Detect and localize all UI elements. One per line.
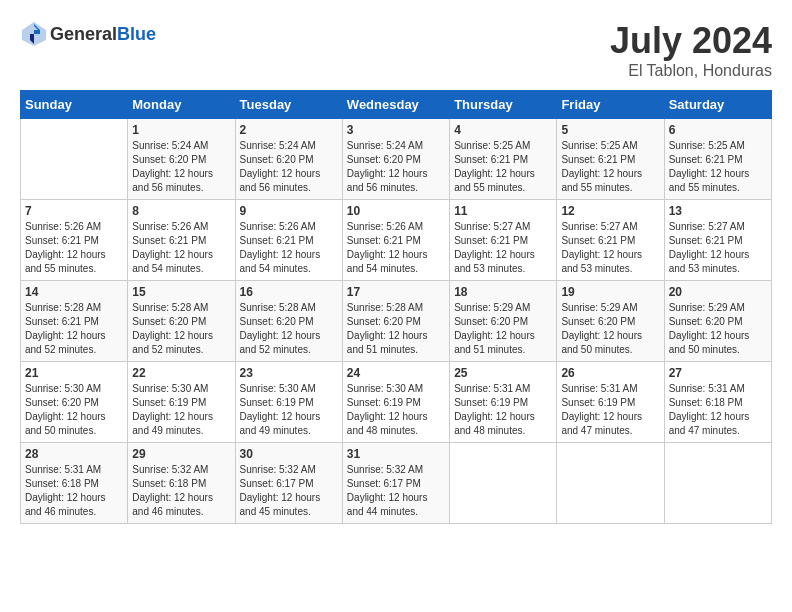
day-info: Sunrise: 5:27 AMSunset: 6:21 PMDaylight:…: [669, 220, 767, 276]
calendar-cell: [557, 443, 664, 524]
day-number: 27: [669, 366, 767, 380]
day-number: 20: [669, 285, 767, 299]
day-info: Sunrise: 5:30 AMSunset: 6:20 PMDaylight:…: [25, 382, 123, 438]
calendar-cell: 27Sunrise: 5:31 AMSunset: 6:18 PMDayligh…: [664, 362, 771, 443]
day-number: 3: [347, 123, 445, 137]
calendar-cell: 25Sunrise: 5:31 AMSunset: 6:19 PMDayligh…: [450, 362, 557, 443]
day-info: Sunrise: 5:28 AMSunset: 6:20 PMDaylight:…: [347, 301, 445, 357]
day-of-week-wednesday: Wednesday: [342, 91, 449, 119]
calendar-cell: 24Sunrise: 5:30 AMSunset: 6:19 PMDayligh…: [342, 362, 449, 443]
day-info: Sunrise: 5:29 AMSunset: 6:20 PMDaylight:…: [454, 301, 552, 357]
day-info: Sunrise: 5:28 AMSunset: 6:20 PMDaylight:…: [132, 301, 230, 357]
day-info: Sunrise: 5:27 AMSunset: 6:21 PMDaylight:…: [454, 220, 552, 276]
day-info: Sunrise: 5:29 AMSunset: 6:20 PMDaylight:…: [669, 301, 767, 357]
day-info: Sunrise: 5:31 AMSunset: 6:19 PMDaylight:…: [454, 382, 552, 438]
day-number: 8: [132, 204, 230, 218]
location-subtitle: El Tablon, Honduras: [610, 62, 772, 80]
calendar-cell: 3Sunrise: 5:24 AMSunset: 6:20 PMDaylight…: [342, 119, 449, 200]
day-of-week-friday: Friday: [557, 91, 664, 119]
calendar-cell: 1Sunrise: 5:24 AMSunset: 6:20 PMDaylight…: [128, 119, 235, 200]
day-number: 30: [240, 447, 338, 461]
calendar-cell: 19Sunrise: 5:29 AMSunset: 6:20 PMDayligh…: [557, 281, 664, 362]
day-info: Sunrise: 5:30 AMSunset: 6:19 PMDaylight:…: [240, 382, 338, 438]
day-of-week-sunday: Sunday: [21, 91, 128, 119]
calendar-week-row: 28Sunrise: 5:31 AMSunset: 6:18 PMDayligh…: [21, 443, 772, 524]
calendar-cell: 7Sunrise: 5:26 AMSunset: 6:21 PMDaylight…: [21, 200, 128, 281]
calendar-cell: 23Sunrise: 5:30 AMSunset: 6:19 PMDayligh…: [235, 362, 342, 443]
logo-text: GeneralBlue: [50, 24, 156, 45]
day-number: 2: [240, 123, 338, 137]
day-info: Sunrise: 5:26 AMSunset: 6:21 PMDaylight:…: [132, 220, 230, 276]
day-number: 24: [347, 366, 445, 380]
calendar-cell: 8Sunrise: 5:26 AMSunset: 6:21 PMDaylight…: [128, 200, 235, 281]
day-info: Sunrise: 5:25 AMSunset: 6:21 PMDaylight:…: [669, 139, 767, 195]
calendar-cell: 15Sunrise: 5:28 AMSunset: 6:20 PMDayligh…: [128, 281, 235, 362]
day-info: Sunrise: 5:28 AMSunset: 6:20 PMDaylight:…: [240, 301, 338, 357]
calendar-cell: 17Sunrise: 5:28 AMSunset: 6:20 PMDayligh…: [342, 281, 449, 362]
title-area: July 2024 El Tablon, Honduras: [610, 20, 772, 80]
day-info: Sunrise: 5:30 AMSunset: 6:19 PMDaylight:…: [132, 382, 230, 438]
calendar-table: SundayMondayTuesdayWednesdayThursdayFrid…: [20, 90, 772, 524]
day-info: Sunrise: 5:27 AMSunset: 6:21 PMDaylight:…: [561, 220, 659, 276]
calendar-cell: 12Sunrise: 5:27 AMSunset: 6:21 PMDayligh…: [557, 200, 664, 281]
day-of-week-monday: Monday: [128, 91, 235, 119]
calendar-cell: 4Sunrise: 5:25 AMSunset: 6:21 PMDaylight…: [450, 119, 557, 200]
day-number: 13: [669, 204, 767, 218]
calendar-cell: 28Sunrise: 5:31 AMSunset: 6:18 PMDayligh…: [21, 443, 128, 524]
day-info: Sunrise: 5:31 AMSunset: 6:18 PMDaylight:…: [669, 382, 767, 438]
day-info: Sunrise: 5:28 AMSunset: 6:21 PMDaylight:…: [25, 301, 123, 357]
calendar-cell: 10Sunrise: 5:26 AMSunset: 6:21 PMDayligh…: [342, 200, 449, 281]
calendar-cell: 9Sunrise: 5:26 AMSunset: 6:21 PMDaylight…: [235, 200, 342, 281]
calendar-cell: 14Sunrise: 5:28 AMSunset: 6:21 PMDayligh…: [21, 281, 128, 362]
calendar-cell: 30Sunrise: 5:32 AMSunset: 6:17 PMDayligh…: [235, 443, 342, 524]
calendar-week-row: 7Sunrise: 5:26 AMSunset: 6:21 PMDaylight…: [21, 200, 772, 281]
calendar-cell: 22Sunrise: 5:30 AMSunset: 6:19 PMDayligh…: [128, 362, 235, 443]
day-number: 19: [561, 285, 659, 299]
calendar-cell: 6Sunrise: 5:25 AMSunset: 6:21 PMDaylight…: [664, 119, 771, 200]
day-info: Sunrise: 5:26 AMSunset: 6:21 PMDaylight:…: [347, 220, 445, 276]
general-blue-icon: [20, 20, 48, 48]
calendar-cell: 26Sunrise: 5:31 AMSunset: 6:19 PMDayligh…: [557, 362, 664, 443]
calendar-cell: 21Sunrise: 5:30 AMSunset: 6:20 PMDayligh…: [21, 362, 128, 443]
calendar-week-row: 21Sunrise: 5:30 AMSunset: 6:20 PMDayligh…: [21, 362, 772, 443]
day-number: 7: [25, 204, 123, 218]
day-number: 18: [454, 285, 552, 299]
day-info: Sunrise: 5:29 AMSunset: 6:20 PMDaylight:…: [561, 301, 659, 357]
day-number: 11: [454, 204, 552, 218]
day-number: 12: [561, 204, 659, 218]
calendar-cell: 5Sunrise: 5:25 AMSunset: 6:21 PMDaylight…: [557, 119, 664, 200]
day-info: Sunrise: 5:26 AMSunset: 6:21 PMDaylight:…: [25, 220, 123, 276]
day-info: Sunrise: 5:30 AMSunset: 6:19 PMDaylight:…: [347, 382, 445, 438]
calendar-cell: 11Sunrise: 5:27 AMSunset: 6:21 PMDayligh…: [450, 200, 557, 281]
day-info: Sunrise: 5:25 AMSunset: 6:21 PMDaylight:…: [454, 139, 552, 195]
day-number: 1: [132, 123, 230, 137]
day-number: 23: [240, 366, 338, 380]
logo-general: General: [50, 24, 117, 44]
calendar-cell: 20Sunrise: 5:29 AMSunset: 6:20 PMDayligh…: [664, 281, 771, 362]
day-number: 9: [240, 204, 338, 218]
day-number: 16: [240, 285, 338, 299]
logo: GeneralBlue: [20, 20, 156, 48]
calendar-cell: [21, 119, 128, 200]
day-of-week-thursday: Thursday: [450, 91, 557, 119]
day-info: Sunrise: 5:26 AMSunset: 6:21 PMDaylight:…: [240, 220, 338, 276]
logo-blue: Blue: [117, 24, 156, 44]
day-number: 4: [454, 123, 552, 137]
day-number: 17: [347, 285, 445, 299]
day-number: 25: [454, 366, 552, 380]
day-number: 31: [347, 447, 445, 461]
day-number: 6: [669, 123, 767, 137]
day-info: Sunrise: 5:24 AMSunset: 6:20 PMDaylight:…: [132, 139, 230, 195]
calendar-cell: 13Sunrise: 5:27 AMSunset: 6:21 PMDayligh…: [664, 200, 771, 281]
day-of-week-saturday: Saturday: [664, 91, 771, 119]
day-number: 14: [25, 285, 123, 299]
page-header: GeneralBlue July 2024 El Tablon, Hondura…: [20, 20, 772, 80]
day-number: 29: [132, 447, 230, 461]
day-info: Sunrise: 5:31 AMSunset: 6:18 PMDaylight:…: [25, 463, 123, 519]
day-info: Sunrise: 5:24 AMSunset: 6:20 PMDaylight:…: [347, 139, 445, 195]
month-year-title: July 2024: [610, 20, 772, 62]
day-number: 5: [561, 123, 659, 137]
day-info: Sunrise: 5:32 AMSunset: 6:17 PMDaylight:…: [240, 463, 338, 519]
calendar-week-row: 1Sunrise: 5:24 AMSunset: 6:20 PMDaylight…: [21, 119, 772, 200]
calendar-cell: 18Sunrise: 5:29 AMSunset: 6:20 PMDayligh…: [450, 281, 557, 362]
